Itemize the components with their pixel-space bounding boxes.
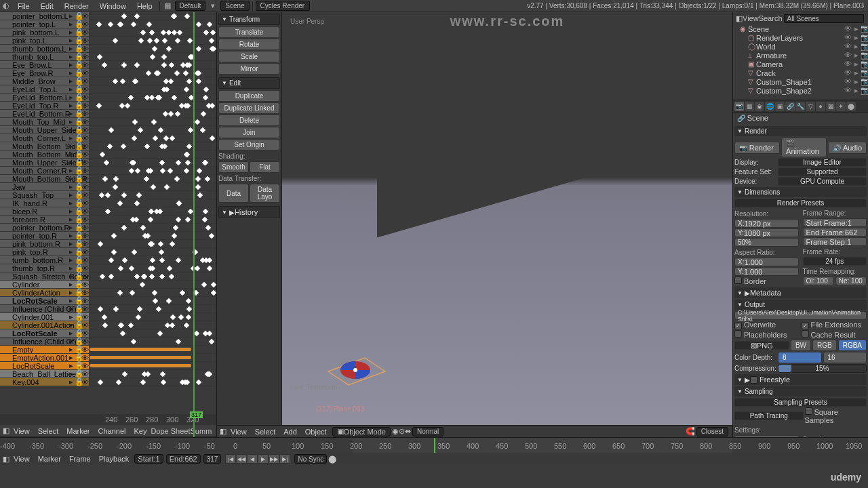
duplicate-button[interactable]: Duplicate — [218, 90, 280, 102]
channel-row[interactable]: Squash_Top▸🔒👁 — [0, 191, 216, 199]
playhead[interactable] — [193, 12, 195, 437]
frame-step-field[interactable]: Frame Step: 1 — [803, 237, 867, 246]
constraints-tab[interactable]: 🔗 — [785, 102, 795, 111]
channel-row[interactable]: EmptyAction.001▸🔒👁 — [0, 354, 216, 362]
channel-row[interactable]: Mouth_Upper_Side.L▸🔒👁 — [0, 126, 216, 134]
eye-icon[interactable]: 👁 — [844, 24, 852, 33]
square-samples-checkbox[interactable] — [805, 407, 812, 415]
set-origin-button[interactable]: Set Origin — [218, 139, 280, 150]
3d-viewport[interactable]: User Persp www.rr-sc.com Last: Transform… — [282, 12, 732, 425]
panel-transform[interactable]: Transform — [218, 14, 280, 25]
eye-icon[interactable]: 👁 — [844, 68, 852, 77]
view-menu-view[interactable]: View — [226, 428, 251, 436]
channel-row[interactable]: LocRotScale▸🔒👁 — [0, 362, 216, 370]
res-y-field[interactable]: Y: 1080 px — [734, 228, 799, 237]
outliner-menu-view[interactable]: View — [743, 14, 759, 22]
keyframe-track[interactable] — [90, 329, 216, 337]
scale-button[interactable]: Scale — [218, 51, 280, 62]
view-menu-add[interactable]: Add — [279, 428, 301, 436]
outliner-item[interactable]: ▽Custom_Shape1👁▸📷 — [733, 77, 868, 86]
keyframe-track[interactable] — [90, 338, 216, 345]
channel-row[interactable]: Key.004▸🔒👁 — [0, 378, 216, 386]
keyframe-track[interactable] — [90, 37, 216, 44]
animation-button[interactable]: 🎬 Animation — [781, 138, 827, 157]
channel-row[interactable]: Mouth_Upper_Side.R▸🔒👁 — [0, 159, 216, 167]
tl-menu-marker[interactable]: Marker — [34, 455, 65, 463]
render-button[interactable]: 📷 Render — [734, 142, 780, 154]
keyframe-track[interactable] — [90, 232, 216, 239]
channel-row[interactable]: Cylinder▸🔒👁 — [0, 281, 216, 289]
dopesheet-ruler[interactable]: 317 240 260 280 300 320 — [0, 414, 216, 425]
panel-history[interactable]: ▶ History — [218, 206, 280, 218]
panel-sampling[interactable]: Sampling — [734, 386, 867, 396]
scene-browse-icon[interactable]: ▾ — [207, 1, 219, 11]
channel-row[interactable]: pink_top.R▸🔒👁 — [0, 248, 216, 256]
bw-button[interactable]: BW — [791, 340, 811, 351]
jump-end-button[interactable]: ▶| — [279, 454, 290, 464]
dope-menu-marker[interactable]: Marker — [62, 427, 94, 435]
data-button[interactable]: Data — [218, 184, 249, 203]
cursor-icon[interactable]: ▸ — [852, 68, 860, 77]
depth16-button[interactable]: 16 — [823, 352, 867, 363]
timeline-ruler[interactable]: -400-350-300-250-200-150-100-50050100150… — [0, 438, 868, 453]
panel-dimensions[interactable]: Dimensions — [734, 187, 867, 197]
keyframe-track[interactable] — [90, 289, 216, 296]
menu-edit[interactable]: Edit — [35, 2, 59, 10]
rgb-button[interactable]: RGB — [812, 340, 837, 351]
channel-row[interactable]: pointer_bottom.R▸🔒👁 — [0, 224, 216, 232]
editor-type-icon[interactable]: ◧ — [736, 14, 743, 23]
tl-menu-view[interactable]: View — [9, 455, 34, 463]
channel-row[interactable]: pink_top.L▸🔒👁 — [0, 37, 216, 45]
render-engine-selector[interactable]: Cycles Render — [256, 1, 310, 11]
keyframe-track[interactable] — [90, 150, 216, 158]
physics-tab[interactable]: ⬤ — [846, 102, 856, 111]
output-path-field[interactable]: C:\Users\Alex\Desktop\UI...imation\Anima… — [734, 311, 867, 320]
fps-selector[interactable]: 24 fps — [803, 257, 867, 266]
channel-row[interactable]: thumb_bottom.L▸🔒👁 — [0, 45, 216, 53]
feature-set-selector[interactable]: Supported — [778, 167, 867, 176]
keyframe-track[interactable] — [90, 159, 216, 166]
snap-target[interactable]: Closest — [696, 427, 728, 436]
end-frame-field[interactable]: End: 662 — [166, 454, 201, 464]
channel-row[interactable]: Beach_Ball_Lattice▸🔒👁 — [0, 370, 216, 378]
keyframe-track[interactable] — [90, 199, 216, 207]
channel-row[interactable]: Mouth_Bottom_Side.R▸🔒👁 — [0, 175, 216, 183]
keyframe-track[interactable] — [90, 102, 216, 109]
outliner-item[interactable]: ▢RenderLayers👁▸📷 — [733, 33, 868, 42]
mirror-button[interactable]: Mirror — [218, 63, 280, 75]
render-icon[interactable]: 📷 — [861, 24, 868, 33]
pivot-icon[interactable]: ⊙ — [399, 427, 405, 436]
flat-button[interactable]: Flat — [250, 161, 280, 173]
cache-result-checkbox[interactable] — [802, 330, 809, 338]
render-tab[interactable]: 📷 — [734, 102, 744, 111]
channel-row[interactable]: Eye_Brow.R▸🔒👁 — [0, 69, 216, 77]
keyframe-track[interactable] — [90, 240, 216, 247]
channel-row[interactable]: forearm.R▸🔒👁 — [0, 216, 216, 224]
channel-row[interactable]: Middle_Brow▸🔒👁 — [0, 77, 216, 85]
keyframe-track[interactable] — [90, 216, 216, 223]
dope-mode-selector[interactable]: Dope Sheet — [151, 427, 190, 435]
join-button[interactable]: Join — [218, 127, 280, 138]
eye-icon[interactable]: 👁 — [844, 60, 852, 68]
delete-button[interactable]: Delete — [218, 115, 280, 126]
cursor-icon[interactable]: ▸ — [852, 33, 860, 42]
keyframe-track[interactable] — [90, 281, 216, 288]
cursor-icon[interactable]: ▸ — [852, 51, 860, 60]
shading-icon[interactable]: ◉ — [392, 427, 399, 436]
keyframe-track[interactable] — [90, 370, 216, 378]
mode-selector[interactable]: ▣ Object Mode — [332, 427, 391, 436]
keyframe-track[interactable] — [90, 362, 216, 369]
channel-row[interactable]: Eye_Brow.L▸🔒👁 — [0, 61, 216, 69]
channel-row[interactable]: Cylinder.001Action▸🔒👁 — [0, 321, 216, 329]
eye-icon[interactable]: 👁 — [844, 42, 852, 51]
channel-row[interactable]: EyeLid_Top.L▸🔒👁 — [0, 85, 216, 94]
editor-type-icon[interactable]: ◧ — [3, 426, 9, 435]
keyframe-track[interactable] — [90, 142, 216, 150]
keyframe-track[interactable] — [90, 118, 216, 125]
outliner-menu-search[interactable]: Search — [759, 14, 783, 22]
keyframe-track[interactable] — [90, 191, 216, 199]
panel-metadata[interactable]: ▶ Metadata — [734, 287, 867, 298]
view-menu-object[interactable]: Object — [301, 428, 331, 436]
channel-row[interactable]: EyeLid_Bottom.L▸🔒👁 — [0, 94, 216, 102]
data-tab[interactable]: ▽ — [806, 102, 815, 111]
